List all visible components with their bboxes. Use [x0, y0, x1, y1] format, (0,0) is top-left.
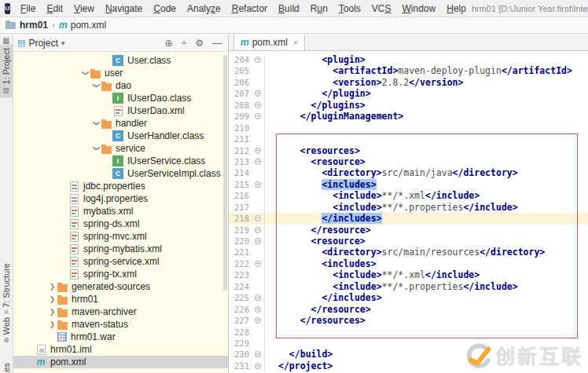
- tree-scrollbar[interactable]: [223, 55, 227, 291]
- tree-item-spring-mvc-xml[interactable]: spring-mvc.xml: [13, 230, 228, 243]
- tree-item-userserviceimpl-class[interactable]: CUserServiceImpl.class: [13, 167, 228, 180]
- code-line[interactable]: 227− </resources>: [229, 315, 588, 326]
- menu-code[interactable]: Code: [148, 3, 182, 14]
- stripe-tab-1-project[interactable]: ▥ 1: Project: [0, 45, 13, 98]
- code-line[interactable]: 214 <directory>src/main/java</directory>: [229, 167, 588, 178]
- fold-marker-icon[interactable]: −: [255, 113, 261, 119]
- tab-pom-xml[interactable]: m pom.xml ×: [233, 35, 305, 50]
- code-line[interactable]: 213− <resource>: [229, 156, 588, 167]
- tree-item-iuserdao-class[interactable]: IIUserDao.class: [13, 92, 228, 104]
- menu-help[interactable]: Help: [441, 3, 472, 14]
- code-line[interactable]: 219− </resource>: [229, 225, 588, 236]
- tree-item-service[interactable]: ❯service: [13, 142, 228, 155]
- code-line[interactable]: 205 <artifactId>maven-deploy-plugin</art…: [229, 65, 588, 76]
- tree-item-log4j-properties[interactable]: log4j.properties: [13, 192, 228, 205]
- menu-tools[interactable]: Tools: [333, 3, 366, 14]
- menu-view[interactable]: View: [68, 3, 100, 14]
- fold-marker-icon[interactable]: −: [255, 261, 261, 267]
- stripe-tab-web[interactable]: ⊕ Web: [0, 314, 13, 346]
- fold-marker-icon[interactable]: −: [255, 148, 261, 154]
- menu-vcs[interactable]: VCS: [366, 3, 397, 14]
- tree-item-spring-mybatis-xml[interactable]: spring-mybatis.xml: [13, 243, 228, 255]
- code-line[interactable]: 217 <include>**/*.properties</include>: [229, 202, 588, 213]
- tree-item-hrm01-war[interactable]: hrm01.war: [13, 331, 228, 343]
- chevron-down-icon[interactable]: ❯: [93, 81, 101, 91]
- fold-marker-icon[interactable]: −: [255, 159, 261, 165]
- collapse-all-icon[interactable]: ÷: [182, 38, 187, 49]
- tree-item-mybatis-xml[interactable]: mybatis.xml: [13, 205, 228, 218]
- menu-file[interactable]: File: [15, 3, 41, 14]
- tree-item-hrm01[interactable]: ❯hrm01: [13, 293, 228, 305]
- code-line[interactable]: 211: [229, 133, 588, 144]
- fold-marker-icon[interactable]: −: [255, 57, 261, 63]
- code-line[interactable]: 215− <includes>: [229, 179, 588, 190]
- tool-window-switcher-icon[interactable]: ▦: [2, 36, 9, 45]
- code-line[interactable]: 228: [229, 327, 588, 338]
- chevron-down-icon[interactable]: ❯: [82, 68, 90, 79]
- chevron-right-icon[interactable]: ❯: [47, 295, 57, 303]
- breadcrumb-project[interactable]: hrm01: [20, 20, 48, 31]
- fold-marker-icon[interactable]: −: [255, 351, 261, 357]
- code-line[interactable]: 216 <include>**/*.xml</include>: [229, 190, 588, 201]
- settings-icon[interactable]: ⚙: [195, 38, 204, 49]
- tree-item-spring-service-xml[interactable]: spring-service.xml: [13, 255, 228, 268]
- code-line[interactable]: 224 <include>**/*.properties</include>: [229, 281, 588, 292]
- tree-item-spring-tx-xml[interactable]: spring-tx.xml: [13, 268, 228, 280]
- code-line[interactable]: 206 <version>2.8.2</version>: [229, 77, 588, 88]
- code-line[interactable]: 218− </includes>: [229, 213, 588, 224]
- code-line[interactable]: 208− </plugins>: [229, 100, 588, 111]
- tree-item-iuserdao-xml[interactable]: IUserDao.xml: [13, 104, 228, 117]
- chevron-right-icon[interactable]: ❯: [47, 283, 57, 291]
- tree-item-pom-xml[interactable]: mpom.xml: [13, 356, 228, 368]
- fold-marker-icon[interactable]: −: [255, 294, 261, 301]
- code-line[interactable]: 210: [229, 123, 588, 133]
- tree-item-user-class[interactable]: CUser.class: [13, 54, 228, 67]
- stripe-tab-favorites[interactable]: ☆ Favorites: [0, 360, 13, 373]
- tree-item-iuserservice-class[interactable]: IIUserService.class: [13, 155, 228, 167]
- chevron-down-icon[interactable]: ❯: [93, 144, 101, 154]
- code-line[interactable]: 222− <includes>: [229, 258, 588, 269]
- close-icon[interactable]: ×: [293, 38, 298, 47]
- menu-navigate[interactable]: Navigate: [100, 3, 148, 14]
- code-area[interactable]: 创新互联 204− <plugin>205 <artifactId>maven-…: [229, 51, 588, 373]
- fold-marker-icon[interactable]: −: [255, 238, 261, 244]
- locate-icon[interactable]: ⊕: [165, 38, 173, 49]
- tree-item-maven-archiver[interactable]: ❯maven-archiver: [13, 305, 228, 318]
- fold-marker-icon[interactable]: −: [255, 215, 261, 221]
- breadcrumb-file[interactable]: pom.xml: [71, 20, 106, 31]
- fold-marker-icon[interactable]: −: [255, 317, 261, 324]
- fold-marker-icon[interactable]: −: [255, 102, 261, 108]
- tree-item-hrm01-iml[interactable]: hrm01.iml: [13, 343, 228, 356]
- project-panel-title[interactable]: Project: [28, 38, 57, 49]
- tree-item-spring-ds-xml[interactable]: spring-ds.xml: [13, 218, 228, 230]
- fold-marker-icon[interactable]: −: [255, 306, 261, 313]
- tree-item-maven-status[interactable]: ❯maven-status: [13, 318, 228, 331]
- fold-marker-icon[interactable]: −: [255, 227, 261, 233]
- code-line[interactable]: 226− </resource>: [229, 304, 588, 315]
- fold-marker-icon[interactable]: −: [255, 363, 261, 369]
- code-line[interactable]: 209− </pluginManagement>: [229, 111, 588, 122]
- code-line[interactable]: 221 <directory>src/main/resources</direc…: [229, 247, 588, 258]
- menu-analyze[interactable]: Analyze: [182, 3, 226, 14]
- tree-item-jdbc-properties[interactable]: jdbc.properties: [13, 180, 228, 192]
- code-line[interactable]: 212− <resources>: [229, 145, 588, 156]
- fold-marker-icon[interactable]: −: [255, 181, 261, 188]
- chevron-right-icon[interactable]: ❯: [47, 308, 57, 316]
- code-line[interactable]: 220− <resource>: [229, 236, 588, 247]
- stripe-tab-7-structure[interactable]: ≡ 7: Structure: [0, 260, 13, 317]
- chevron-down-icon[interactable]: ❯: [93, 119, 101, 129]
- chevron-right-icon[interactable]: ❯: [47, 320, 57, 328]
- fold-marker-icon[interactable]: −: [255, 90, 261, 97]
- menu-window[interactable]: Window: [397, 3, 442, 14]
- code-line[interactable]: 223 <include>**/*.xml</include>: [229, 269, 588, 280]
- hide-icon[interactable]: —: [212, 38, 222, 49]
- menu-run[interactable]: Run: [305, 3, 333, 14]
- chevron-down-icon[interactable]: ▾: [61, 39, 65, 47]
- code-line[interactable]: 204− <plugin>: [229, 54, 588, 65]
- code-line[interactable]: 225− </includes>: [229, 292, 588, 303]
- menu-edit[interactable]: Edit: [41, 3, 68, 14]
- tree-item-user[interactable]: ❯user: [13, 67, 228, 79]
- tree-item-userhandler-class[interactable]: CUserHandler.class: [13, 130, 228, 142]
- tree-item-generated-sources[interactable]: ❯generated-sources: [13, 280, 228, 293]
- menu-refactor[interactable]: Refactor: [226, 3, 273, 14]
